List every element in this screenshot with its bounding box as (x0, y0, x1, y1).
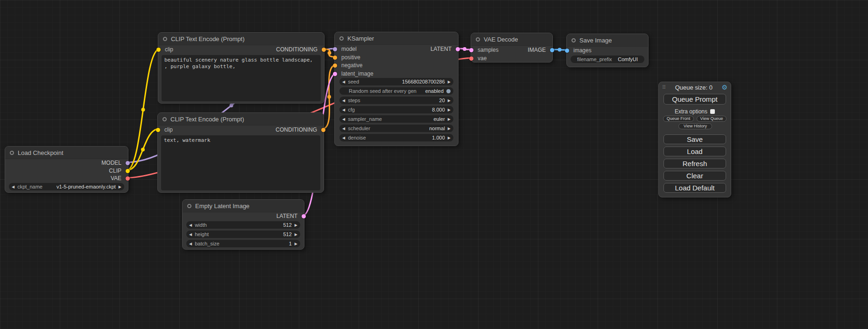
node-title-bar[interactable]: CLIP Text Encode (Prompt) (158, 113, 324, 126)
increment-arrow-icon[interactable]: ▶ (295, 232, 297, 237)
input-slot-positive[interactable] (333, 56, 337, 60)
widget-batch-size[interactable]: ◀ batch_size 1 ▶ (186, 240, 300, 247)
slot-row: negative (335, 62, 458, 69)
node-title-bar[interactable]: Save Image (567, 34, 648, 47)
node-load-checkpoint[interactable]: Load Checkpoint MODEL CLIP VAE ◀ ckpt_na… (5, 146, 128, 193)
node-vae-decode[interactable]: VAE Decode samples IMAGE vae (471, 33, 553, 63)
input-slot-clip[interactable] (156, 128, 160, 132)
decrement-arrow-icon[interactable]: ◀ (12, 185, 14, 189)
widget-cfg[interactable]: ◀ cfg 8.000 ▶ (339, 106, 453, 113)
decrement-arrow-icon[interactable]: ◀ (342, 108, 345, 112)
collapse-dot-icon[interactable] (10, 151, 14, 155)
node-clip-text-encode-negative[interactable]: CLIP Text Encode (Prompt) clip CONDITION… (157, 112, 324, 193)
increment-arrow-icon[interactable]: ▶ (448, 136, 451, 140)
widget-width[interactable]: ◀ width 512 ▶ (186, 221, 300, 229)
node-clip-text-encode-positive[interactable]: CLIP Text Encode (Prompt) clip CONDITION… (158, 32, 325, 104)
increment-arrow-icon[interactable]: ▶ (448, 126, 451, 131)
toggle-knob-icon[interactable] (446, 89, 451, 93)
node-title-bar[interactable]: VAE Decode (471, 33, 552, 46)
output-slot-conditioning[interactable] (321, 128, 325, 132)
load-button[interactable]: Load (663, 147, 726, 156)
collapse-dot-icon[interactable] (163, 37, 167, 41)
decrement-arrow-icon[interactable]: ◀ (342, 126, 345, 131)
output-slot-conditioning[interactable] (322, 48, 326, 52)
input-slot-clip[interactable] (156, 48, 161, 52)
slot-row: latent_image (335, 70, 458, 77)
output-slot-vae[interactable] (126, 176, 130, 181)
input-slot-images[interactable] (565, 49, 569, 53)
widget-scheduler[interactable]: ◀ scheduler normal ▶ (339, 125, 453, 132)
increment-arrow-icon[interactable]: ▶ (119, 185, 121, 189)
increment-arrow-icon[interactable]: ▶ (448, 108, 451, 112)
output-slot-clip[interactable] (126, 169, 130, 173)
prompt-text-input[interactable]: text, watermark (161, 135, 320, 190)
output-slot-model[interactable] (126, 161, 130, 165)
wire-midpoint-dot (463, 47, 466, 51)
increment-arrow-icon[interactable]: ▶ (295, 223, 297, 227)
view-history-button[interactable]: View History (678, 123, 712, 129)
input-slot-negative[interactable] (333, 63, 337, 68)
output-slot-latent[interactable] (302, 214, 306, 218)
input-slot-latent-image[interactable] (333, 72, 337, 76)
output-slot-image[interactable] (550, 48, 554, 52)
save-button[interactable]: Save (663, 134, 726, 144)
increment-arrow-icon[interactable]: ▶ (448, 98, 451, 103)
extra-options-label: Extra options (675, 108, 707, 115)
collapse-dot-icon[interactable] (162, 117, 167, 121)
decrement-arrow-icon[interactable]: ◀ (189, 242, 192, 246)
widget-seed[interactable]: ◀ seed 156680208700286 ▶ (339, 78, 453, 85)
queue-front-button[interactable]: Queue Front (663, 116, 694, 122)
increment-arrow-icon[interactable]: ▶ (448, 117, 451, 121)
widget-height[interactable]: ◀ height 512 ▶ (186, 231, 300, 238)
widget-value: euler (433, 116, 445, 122)
widget-steps[interactable]: ◀ steps 20 ▶ (339, 97, 453, 104)
widget-label: sampler_name (348, 116, 382, 122)
collapse-dot-icon[interactable] (187, 204, 191, 208)
collapse-dot-icon[interactable] (572, 38, 576, 42)
collapse-dot-icon[interactable] (339, 36, 344, 41)
input-slot-samples[interactable] (469, 48, 473, 52)
extra-options-checkbox[interactable] (710, 109, 715, 114)
view-queue-button[interactable]: View Queue (697, 116, 727, 122)
widget-value: 20 (439, 98, 445, 103)
input-slot-model[interactable] (333, 47, 337, 51)
widget-label: Random seed after every gen (349, 88, 416, 94)
decrement-arrow-icon[interactable]: ◀ (189, 232, 192, 237)
clear-button[interactable]: Clear (663, 171, 726, 181)
output-label-conditioning: CONDITIONING (276, 46, 318, 53)
widget-random-seed-toggle[interactable]: Random seed after every gen enabled (339, 87, 453, 95)
load-default-button[interactable]: Load Default (663, 183, 726, 193)
increment-arrow-icon[interactable]: ▶ (448, 80, 451, 84)
node-title-bar[interactable]: CLIP Text Encode (Prompt) (158, 33, 324, 45)
node-title-bar[interactable]: Empty Latent Image (183, 200, 304, 212)
slot-row: positive (335, 54, 458, 61)
node-title-bar[interactable]: Load Checkpoint (5, 147, 128, 159)
node-empty-latent-image[interactable]: Empty Latent Image LATENT ◀ width 512 ▶ … (182, 199, 304, 250)
node-title-bar[interactable]: KSampler (335, 32, 458, 45)
output-slot-latent[interactable] (456, 47, 460, 51)
decrement-arrow-icon[interactable]: ◀ (342, 80, 345, 84)
output-label-model: MODEL (101, 159, 121, 167)
increment-arrow-icon[interactable]: ▶ (295, 242, 297, 246)
node-graph-canvas[interactable]: Load Checkpoint MODEL CLIP VAE ◀ ckpt_na… (0, 0, 868, 329)
widget-sampler-name[interactable]: ◀ sampler_name euler ▶ (339, 115, 453, 123)
decrement-arrow-icon[interactable]: ◀ (342, 136, 345, 140)
widget-filename-prefix[interactable]: filename_prefix ComfyUI (571, 56, 644, 63)
widget-value: 512 (283, 222, 291, 228)
refresh-button[interactable]: Refresh (663, 159, 726, 168)
widget-label: height (195, 231, 209, 237)
widget-label: filename_prefix (577, 56, 612, 62)
decrement-arrow-icon[interactable]: ◀ (189, 223, 192, 227)
widget-denoise[interactable]: ◀ denoise 1.000 ▶ (339, 134, 453, 141)
node-ksampler[interactable]: KSampler model LATENT positive negative … (334, 32, 459, 146)
prompt-text-input[interactable]: beautiful scenery nature glass bottle la… (162, 55, 321, 101)
settings-gear-icon[interactable]: ⚙ (721, 84, 727, 91)
decrement-arrow-icon[interactable]: ◀ (342, 117, 345, 121)
decrement-arrow-icon[interactable]: ◀ (342, 98, 345, 103)
node-save-image[interactable]: Save Image images filename_prefix ComfyU… (566, 34, 649, 67)
drag-handle-icon[interactable]: ⠿ (662, 84, 666, 91)
collapse-dot-icon[interactable] (476, 37, 480, 42)
queue-prompt-button[interactable]: Queue Prompt (663, 94, 726, 105)
widget-ckpt-name[interactable]: ◀ ckpt_name v1-5-pruned-emaonly.ckpt ▶ (9, 183, 124, 190)
input-slot-vae[interactable] (469, 56, 473, 61)
